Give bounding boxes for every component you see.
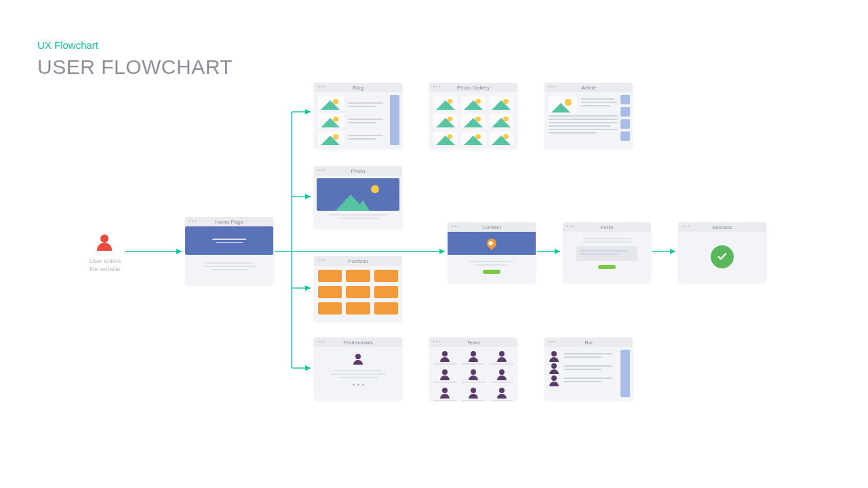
node-testimonials-label: Testimonials — [343, 340, 373, 346]
node-form: Form — [563, 222, 651, 282]
node-photo: Photo — [314, 166, 402, 228]
node-contact: Contact — [448, 222, 536, 282]
location-pin-icon — [485, 237, 498, 250]
node-bio-label: Bio — [585, 340, 593, 346]
page-subtitle: UX Flowchart — [37, 39, 98, 51]
user-caption: User enters the website — [85, 258, 125, 273]
node-form-label: Form — [601, 224, 614, 230]
node-article-label: Article — [581, 85, 596, 91]
node-blog-label: Blog — [353, 85, 363, 91]
node-portfolio: Portfolio — [314, 256, 402, 321]
node-article: Article — [545, 83, 633, 148]
node-gallery: Photo Gallery — [429, 83, 517, 148]
node-contact-label: Contact — [482, 224, 501, 230]
node-home-label: Home Page — [215, 219, 243, 225]
node-testimonials: Testimonials — [314, 338, 402, 400]
node-blog: Blog — [314, 83, 402, 148]
node-photo-label: Photo — [351, 168, 366, 174]
node-home: Home Page — [185, 217, 273, 285]
node-team: Team — [429, 338, 517, 400]
user-icon — [97, 235, 112, 251]
node-success-label: Success — [712, 224, 732, 230]
node-success: Success — [678, 222, 766, 282]
checkmark-icon — [711, 245, 734, 268]
user-caption-line1: User enters — [90, 258, 121, 264]
user-caption-line2: the website — [90, 266, 121, 272]
flowchart-canvas: UX Flowchart USER FLOWCHART User enters … — [0, 0, 868, 488]
page-title: USER FLOWCHART — [37, 56, 233, 79]
node-bio: Bio — [545, 338, 633, 400]
submit-pill-icon — [483, 270, 500, 274]
node-portfolio-label: Portfolio — [348, 258, 368, 264]
node-team-label: Team — [467, 340, 480, 346]
node-gallery-label: Photo Gallery — [457, 85, 490, 91]
submit-pill-icon — [598, 265, 616, 269]
